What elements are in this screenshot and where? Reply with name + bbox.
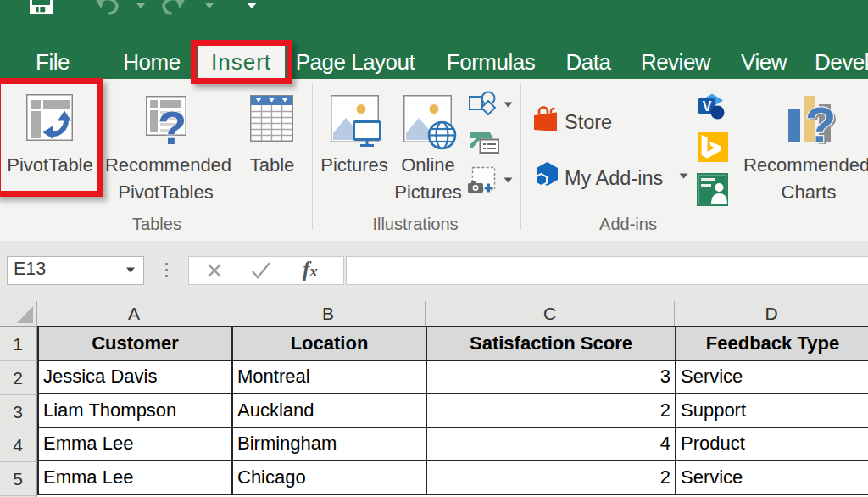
svg-text:?: ? (158, 101, 186, 148)
svg-text:?: ? (805, 97, 837, 149)
svg-text:V: V (703, 99, 712, 114)
